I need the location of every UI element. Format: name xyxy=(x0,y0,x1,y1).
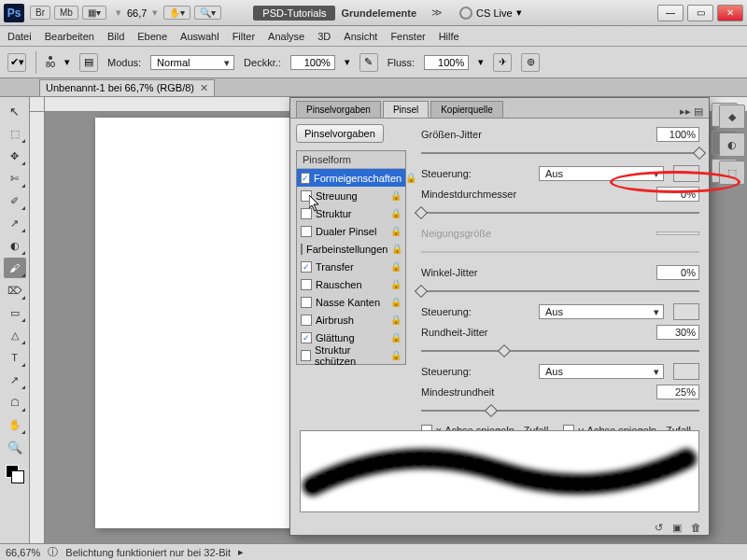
min-diameter-value[interactable]: 0% xyxy=(656,187,699,202)
hand-tool[interactable]: ✋ xyxy=(4,414,26,435)
checkbox-icon[interactable]: ✓ xyxy=(301,332,312,343)
trash-icon[interactable]: 🗑 xyxy=(691,522,701,533)
angle-jitter-value[interactable]: 0% xyxy=(656,265,699,280)
brush-setting-rauschen[interactable]: Rauschen🔒 xyxy=(297,275,405,293)
dock-color-icon[interactable]: ◆ xyxy=(719,105,745,129)
bridge-button[interactable]: Br xyxy=(30,6,50,20)
tab-kopierquelle[interactable]: Kopierquelle xyxy=(430,101,503,118)
brushtip-shape-header[interactable]: Pinselform xyxy=(297,151,405,169)
min-roundness-slider[interactable] xyxy=(421,404,699,417)
color-swatches[interactable] xyxy=(6,465,24,483)
close-tab-icon[interactable]: ✕ xyxy=(200,82,208,94)
type-tool[interactable]: T xyxy=(4,347,26,368)
eraser-tool[interactable]: ⌦ xyxy=(4,280,26,301)
checkbox-icon[interactable]: ✓ xyxy=(301,173,310,184)
checkbox-icon[interactable]: ✓ xyxy=(301,261,312,273)
ruler-origin[interactable] xyxy=(30,97,45,112)
brush-setting-struktur-schützen[interactable]: Struktur schützen🔒 xyxy=(297,346,405,364)
lock-icon[interactable]: 🔒 xyxy=(390,350,402,360)
status-zoom[interactable]: 66,67% xyxy=(6,547,40,558)
chevron-right-icon[interactable]: ≫ xyxy=(431,7,443,19)
roundness-jitter-slider[interactable] xyxy=(421,344,699,357)
menu-datei[interactable]: Datei xyxy=(7,31,32,42)
brush-tool[interactable]: 🖌 xyxy=(4,258,26,278)
menu-filter[interactable]: Filter xyxy=(233,31,255,42)
brush-setting-formeigenschaften[interactable]: ✓Formeigenschaften🔒 xyxy=(297,169,405,187)
zoom-button[interactable]: 🔍▾ xyxy=(194,6,221,20)
size-jitter-value[interactable]: 100% xyxy=(656,127,699,142)
brush-preset-picker[interactable]: 80 xyxy=(46,56,55,69)
menu-bearbeiten[interactable]: Bearbeiten xyxy=(45,31,94,42)
gradient-tool[interactable]: ▭ xyxy=(4,302,26,323)
toggle-preview-icon[interactable]: ↺ xyxy=(655,522,663,534)
menu-bild[interactable]: Bild xyxy=(107,31,124,42)
tab-pinsel[interactable]: Pinsel xyxy=(383,101,429,118)
size-jitter-slider[interactable] xyxy=(421,147,699,160)
tool-preset-picker[interactable]: ✔▾ xyxy=(7,53,26,72)
viewmode-button[interactable]: ▦▾ xyxy=(82,6,106,20)
lock-icon[interactable]: 🔒 xyxy=(390,332,402,343)
close-button[interactable]: ✕ xyxy=(717,5,743,21)
marquee-tool[interactable]: ⬚ xyxy=(4,123,26,144)
flow-field[interactable]: 100% xyxy=(424,55,469,70)
checkbox-icon[interactable] xyxy=(301,226,312,237)
airbrush-icon[interactable]: ✈ xyxy=(493,53,512,72)
pen-tool[interactable]: ↗ xyxy=(4,370,26,390)
lock-icon[interactable]: 🔒 xyxy=(390,279,402,289)
minibridge-button[interactable]: Mb xyxy=(54,6,78,20)
checkbox-icon[interactable] xyxy=(301,244,303,255)
checkbox-icon[interactable] xyxy=(301,297,312,308)
min-diameter-slider[interactable] xyxy=(421,206,699,219)
workspace-name[interactable]: Grundelemente xyxy=(341,7,416,19)
control3-combo[interactable]: Aus xyxy=(539,364,664,379)
dock-styles-icon[interactable]: ◐ xyxy=(719,133,745,157)
minimize-button[interactable]: — xyxy=(657,5,684,21)
ruler-vertical[interactable] xyxy=(30,112,45,543)
cslive-button[interactable]: CS Live▾ xyxy=(459,7,522,20)
brush-presets-button[interactable]: Pinselvorgaben xyxy=(296,124,384,143)
new-preset-icon[interactable]: ▣ xyxy=(672,522,682,534)
dock-adjust-icon[interactable]: ⬚ xyxy=(719,161,745,185)
size-pressure-icon[interactable]: ⊚ xyxy=(521,53,540,72)
lasso-tool[interactable]: ✥ xyxy=(4,146,26,166)
mode-combo[interactable]: Normal xyxy=(150,55,234,70)
opacity-field[interactable]: 100% xyxy=(290,55,335,70)
brush-setting-farbeinstellungen[interactable]: Farbeinstellungen🔒 xyxy=(297,240,405,258)
lock-icon[interactable]: 🔒 xyxy=(390,208,402,218)
menu-3d[interactable]: 3D xyxy=(317,31,331,42)
maximize-button[interactable]: ▭ xyxy=(687,5,713,21)
control1-combo[interactable]: Aus xyxy=(539,166,664,181)
menu-ebene[interactable]: Ebene xyxy=(137,31,167,42)
crop-tool[interactable]: ✄ xyxy=(4,168,26,189)
checkbox-icon[interactable] xyxy=(301,279,312,290)
lock-icon[interactable]: 🔒 xyxy=(390,226,402,236)
shape-tool[interactable]: ☖ xyxy=(4,392,26,413)
lock-icon[interactable]: 🔒 xyxy=(405,173,416,183)
zoom-tool[interactable]: 🔍 xyxy=(4,437,26,457)
blur-tool[interactable]: △ xyxy=(4,325,26,345)
checkbox-icon[interactable] xyxy=(301,315,312,326)
lock-icon[interactable]: 🔒 xyxy=(390,315,402,325)
menu-analyse[interactable]: Analyse xyxy=(268,31,304,42)
control2-combo[interactable]: Aus xyxy=(539,304,664,319)
checkbox-icon[interactable] xyxy=(301,350,311,361)
brush-panel-toggle[interactable]: ▤ xyxy=(79,53,98,72)
panel-menu-icon[interactable]: ▸▸ ▤ xyxy=(680,105,703,118)
lock-icon[interactable]: 🔒 xyxy=(391,244,402,254)
document-canvas[interactable] xyxy=(95,118,301,528)
min-roundness-value[interactable]: 25% xyxy=(656,385,699,399)
workspace-pill[interactable]: PSD-Tutorials xyxy=(253,6,335,21)
angle-jitter-slider[interactable] xyxy=(421,285,699,298)
menu-fenster[interactable]: Fenster xyxy=(390,31,425,42)
roundness-jitter-value[interactable]: 30% xyxy=(656,325,699,340)
brush-setting-nasse-kanten[interactable]: Nasse Kanten🔒 xyxy=(297,293,405,311)
move-tool[interactable]: ↖ xyxy=(4,101,26,121)
status-info-icon[interactable]: ⓘ xyxy=(48,545,58,559)
eyedropper-tool[interactable]: ✐ xyxy=(4,190,26,211)
menu-ansicht[interactable]: Ansicht xyxy=(344,31,377,42)
tab-pinselvorgaben[interactable]: Pinselvorgaben xyxy=(296,101,381,118)
clone-tool[interactable]: ◐ xyxy=(4,235,26,256)
menu-auswahl[interactable]: Auswahl xyxy=(180,31,219,42)
brush-setting-airbrush[interactable]: Airbrush🔒 xyxy=(297,311,405,329)
hand-button[interactable]: ✋▾ xyxy=(163,6,190,20)
